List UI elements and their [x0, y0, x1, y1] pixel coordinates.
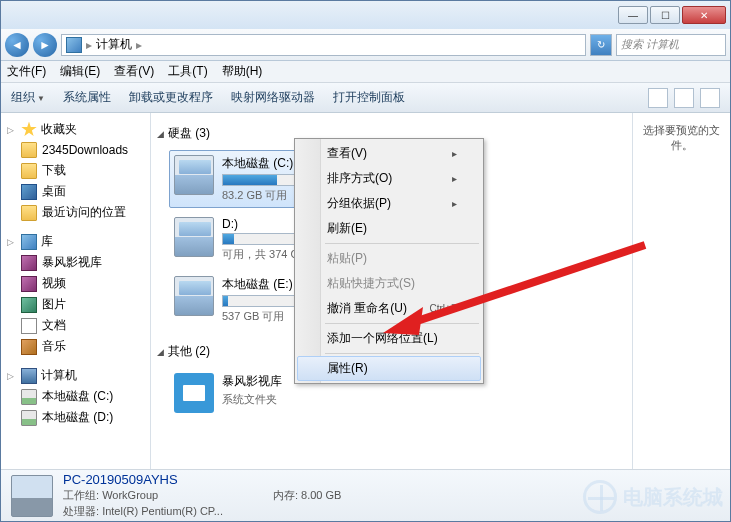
ctrlpanel-button[interactable]: 打开控制面板: [333, 89, 405, 106]
minimize-button[interactable]: —: [618, 6, 648, 24]
desktop-icon: [21, 184, 37, 200]
menubar: 文件(F) 编辑(E) 查看(V) 工具(T) 帮助(H): [1, 61, 730, 83]
preview-text: 选择要预览的文件。: [643, 124, 720, 151]
drive-icon: [174, 276, 214, 316]
other-sub: 系统文件夹: [222, 392, 404, 407]
view-mode-button[interactable]: [648, 88, 668, 108]
chevron-right-icon: ▸: [136, 38, 142, 52]
watermark-icon: [583, 480, 617, 514]
media-folder-icon: [174, 373, 214, 413]
toolbar: 组织▼ 系统属性 卸载或更改程序 映射网络驱动器 打开控制面板: [1, 83, 730, 113]
sidebar-item[interactable]: 音乐: [1, 336, 150, 357]
menu-edit[interactable]: 编辑(E): [60, 63, 100, 80]
computer-icon: [66, 37, 82, 53]
ctx-paste: 粘贴(P): [297, 246, 481, 271]
sidebar-item[interactable]: 文档: [1, 315, 150, 336]
maximize-button[interactable]: ☐: [650, 6, 680, 24]
drive-icon: [174, 217, 214, 257]
computer-icon: [11, 475, 53, 517]
ctx-paste-shortcut: 粘贴快捷方式(S): [297, 271, 481, 296]
sidebar-item[interactable]: 本地磁盘 (D:): [1, 407, 150, 428]
sidebar: ▷收藏夹 2345Downloads 下载 桌面 最近访问的位置 ▷库 暴风影视…: [1, 113, 151, 469]
sidebar-item[interactable]: 视频: [1, 273, 150, 294]
menu-view[interactable]: 查看(V): [114, 63, 154, 80]
ctx-properties[interactable]: 属性(R): [297, 356, 481, 381]
music-icon: [21, 339, 37, 355]
status-name: PC-20190509AYHS: [63, 472, 223, 487]
folder-icon: [21, 205, 37, 221]
sidebar-item[interactable]: 暴风影视库: [1, 252, 150, 273]
sidebar-item[interactable]: 最近访问的位置: [1, 202, 150, 223]
breadcrumb-item[interactable]: 计算机: [96, 36, 132, 53]
help-button[interactable]: [700, 88, 720, 108]
menu-file[interactable]: 文件(F): [7, 63, 46, 80]
menu-tools[interactable]: 工具(T): [168, 63, 207, 80]
folder-icon: [21, 163, 37, 179]
preview-pane: 选择要预览的文件。: [632, 113, 730, 469]
sidebar-item[interactable]: 本地磁盘 (C:): [1, 386, 150, 407]
close-button[interactable]: ✕: [682, 6, 726, 24]
picture-icon: [21, 297, 37, 313]
drive-icon: [21, 410, 37, 426]
refresh-button[interactable]: ↻: [590, 34, 612, 56]
sysprops-button[interactable]: 系统属性: [63, 89, 111, 106]
drive-icon: [174, 155, 214, 195]
breadcrumb[interactable]: ▸ 计算机 ▸: [61, 34, 586, 56]
ctx-group[interactable]: 分组依据(P)▸: [297, 191, 481, 216]
document-icon: [21, 318, 37, 334]
ctx-undo[interactable]: 撤消 重命名(U)Ctrl+Z: [297, 296, 481, 321]
chevron-right-icon: ▸: [86, 38, 92, 52]
menu-help[interactable]: 帮助(H): [222, 63, 263, 80]
netdrive-button[interactable]: 映射网络驱动器: [231, 89, 315, 106]
sidebar-item[interactable]: 下载: [1, 160, 150, 181]
video-icon: [21, 276, 37, 292]
ctx-view[interactable]: 查看(V)▸: [297, 141, 481, 166]
navbar: ◄ ► ▸ 计算机 ▸ ↻ 搜索 计算机: [1, 29, 730, 61]
library-icon: [21, 234, 37, 250]
media-icon: [21, 255, 37, 271]
titlebar: — ☐ ✕: [1, 1, 730, 29]
sidebar-item[interactable]: 桌面: [1, 181, 150, 202]
drive-icon: [21, 389, 37, 405]
ctx-add-net-location[interactable]: 添加一个网络位置(L): [297, 326, 481, 351]
ctx-sort[interactable]: 排序方式(O)▸: [297, 166, 481, 191]
star-icon: [21, 122, 37, 138]
watermark: 电脑系统城: [583, 480, 723, 514]
sidebar-computer[interactable]: ▷计算机: [1, 365, 150, 386]
search-input[interactable]: 搜索 计算机: [616, 34, 726, 56]
sidebar-favorites[interactable]: ▷收藏夹: [1, 119, 150, 140]
organize-button[interactable]: 组织▼: [11, 89, 45, 106]
back-button[interactable]: ◄: [5, 33, 29, 57]
folder-icon: [21, 142, 37, 158]
computer-icon: [21, 368, 37, 384]
sidebar-item[interactable]: 图片: [1, 294, 150, 315]
uninstall-button[interactable]: 卸载或更改程序: [129, 89, 213, 106]
sidebar-libraries[interactable]: ▷库: [1, 231, 150, 252]
sidebar-item[interactable]: 2345Downloads: [1, 140, 150, 160]
forward-button[interactable]: ►: [33, 33, 57, 57]
ctx-refresh[interactable]: 刷新(E): [297, 216, 481, 241]
preview-pane-button[interactable]: [674, 88, 694, 108]
context-menu: 查看(V)▸ 排序方式(O)▸ 分组依据(P)▸ 刷新(E) 粘贴(P) 粘贴快…: [294, 138, 484, 384]
